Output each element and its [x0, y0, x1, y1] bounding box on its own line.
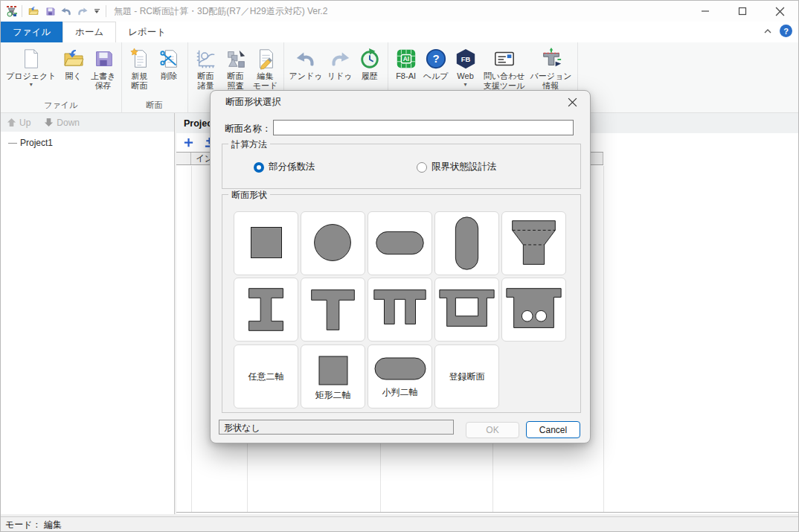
oval-horizontal-shape-icon: [368, 212, 432, 275]
close-icon: [775, 7, 785, 16]
arrow-down-icon: [44, 118, 54, 127]
ok-button[interactable]: OK: [466, 422, 519, 438]
rectangle-shape-icon: [318, 356, 348, 385]
save-floppy-icon: [92, 46, 115, 71]
shapes-icon: [225, 46, 247, 71]
version-info-button[interactable]: バージョン 情報: [528, 44, 574, 91]
tree-toolbar: Up Down: [1, 113, 174, 132]
shape-tile-hollow-circle-section[interactable]: [501, 278, 566, 342]
tab-file[interactable]: ファイル: [1, 22, 62, 42]
radio-limit-state[interactable]: 限界状態設計法: [417, 161, 497, 173]
maximize-button[interactable]: [724, 1, 761, 22]
plus-icon: [183, 137, 194, 148]
f8-ai-button[interactable]: AI F8-AI: [391, 44, 421, 81]
tab-home[interactable]: ホーム: [62, 22, 116, 42]
project-button[interactable]: プロジェクト ▾: [4, 44, 59, 88]
help-icon: ?: [425, 46, 447, 71]
dialog-close-button[interactable]: [563, 95, 581, 109]
redo-icon: [329, 46, 351, 71]
scissors-document-icon: [158, 46, 181, 71]
section-check-button[interactable]: 断面 照査: [221, 44, 251, 91]
shape-tile-box-section[interactable]: [434, 278, 499, 342]
shape-tile-oval-vertical[interactable]: [434, 211, 499, 275]
ribbon-group-file: プロジェクト ▾ 開く 上書き 保存 ファイル: [1, 42, 121, 112]
tree-branch-line: [8, 143, 17, 144]
section-properties-button[interactable]: 断面 諸量: [191, 44, 221, 91]
contact-card-icon: [493, 46, 516, 71]
edit-document-icon: [254, 46, 277, 71]
shape-tile-tapered-t[interactable]: [501, 211, 566, 275]
collapse-ribbon-button[interactable]: [763, 28, 772, 35]
oval-horizontal-shape-icon: [374, 357, 426, 380]
shape-tile-rectangle[interactable]: [234, 211, 298, 275]
box-section-shape-icon: [434, 278, 499, 341]
move-up-button[interactable]: Up: [7, 118, 31, 128]
new-document-icon: [129, 46, 151, 71]
shape-tile-registered-section[interactable]: 登録断面: [434, 344, 499, 408]
shape-tile-oval-biaxial[interactable]: 小判二軸: [368, 344, 432, 408]
grid-corner-cell: [176, 153, 191, 164]
project-tree-panel: Up Down Project1: [1, 113, 175, 514]
svg-text:?: ?: [432, 52, 439, 65]
double-t-shape-icon: [368, 278, 432, 341]
mode-status-text: モード： 編集: [5, 519, 62, 531]
add-row-button[interactable]: [181, 135, 196, 150]
open-folder-icon: [62, 46, 86, 71]
radio-selected-icon: [254, 162, 264, 173]
separator: [22, 5, 22, 17]
open-button[interactable]: 開く: [59, 44, 89, 81]
new-section-button[interactable]: 新規 断面: [125, 44, 155, 91]
shape-tile-i-section[interactable]: [234, 278, 298, 342]
undo-icon: [295, 46, 317, 71]
help-button[interactable]: ? ヘルプ: [421, 44, 451, 81]
section-name-input[interactable]: [273, 120, 574, 135]
svg-text:AI: AI: [402, 55, 408, 63]
shape-tile-arbitrary-biaxial[interactable]: 任意二軸: [234, 344, 298, 408]
ribbon-group-label: ファイル: [4, 99, 118, 112]
quick-access-customize-button[interactable]: [91, 9, 103, 14]
history-button[interactable]: 履歴: [355, 44, 385, 81]
move-down-button[interactable]: Down: [44, 118, 80, 128]
titlebar: 無題 - RC断面計算・3D配筋(R7／H29道示対応) Ver.2: [1, 1, 798, 22]
quick-undo-button[interactable]: [58, 4, 74, 19]
project-tree: Project1: [1, 132, 174, 148]
radio-partial-factor[interactable]: 部分係数法: [254, 161, 315, 173]
chart-icon: [195, 46, 217, 71]
shape-tile-t-section[interactable]: [301, 278, 365, 342]
quick-redo-button[interactable]: [74, 4, 91, 19]
cancel-button[interactable]: Cancel: [526, 421, 580, 438]
minimize-icon: [701, 7, 710, 16]
tree-item-project[interactable]: Project1: [8, 138, 174, 148]
shape-tile-oval-horizontal[interactable]: [368, 211, 432, 275]
grid-line: [603, 166, 604, 512]
delete-section-button[interactable]: 削除: [155, 44, 184, 81]
redo-button[interactable]: リドゥ: [325, 44, 355, 81]
dropdown-arrow-icon: ▾: [30, 82, 33, 88]
web-cube-icon: FB: [455, 46, 477, 71]
calc-method-group-label: 計算方法: [228, 138, 270, 151]
help-icon[interactable]: ?: [780, 25, 792, 37]
close-button[interactable]: [761, 1, 798, 22]
quick-save-button[interactable]: [42, 4, 58, 19]
history-clock-icon: [359, 46, 381, 71]
i-section-shape-icon: [234, 278, 298, 341]
shape-tile-rect-biaxial[interactable]: 矩形二軸: [301, 344, 365, 408]
shape-tile-double-t[interactable]: [368, 278, 432, 342]
grid-line: [191, 166, 192, 512]
hollow-circle-section-shape-icon: [501, 278, 566, 341]
shape-select-dialog: 断面形状選択 断面名称： 計算方法 部分係数法 限界状態設計法 断面形状: [210, 90, 591, 443]
shape-tile-circle[interactable]: [301, 211, 365, 275]
tab-report[interactable]: レポート: [116, 22, 178, 42]
undo-button[interactable]: アンドゥ: [287, 44, 325, 81]
open-folder-icon: [28, 5, 39, 17]
quick-open-button[interactable]: [25, 4, 42, 19]
redo-icon: [77, 5, 89, 17]
edit-mode-button[interactable]: 編集 モード: [251, 44, 280, 91]
save-floppy-icon: [45, 6, 56, 17]
minimize-button[interactable]: [687, 1, 724, 22]
inquiry-support-button[interactable]: 問い合わせ 支援ツール: [481, 44, 528, 91]
web-button[interactable]: FB Web ▾: [451, 44, 481, 88]
save-button[interactable]: 上書き 保存: [89, 44, 118, 91]
ribbon-group-label: 断面: [125, 99, 184, 112]
document-icon: [20, 46, 42, 71]
